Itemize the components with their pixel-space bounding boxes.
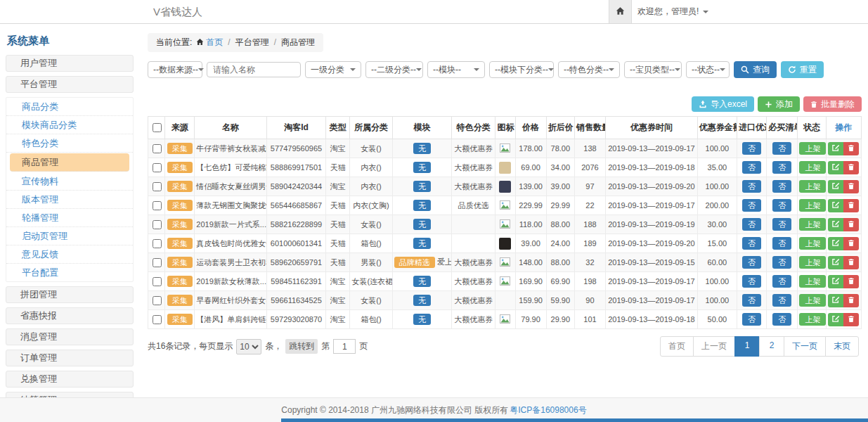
row-checkbox[interactable] <box>153 201 162 210</box>
row-checkbox[interactable] <box>153 277 162 286</box>
import-optimal-toggle[interactable]: 否 <box>742 294 761 307</box>
filter-select[interactable]: --宝贝类型-- <box>624 61 682 78</box>
import-optimal-toggle[interactable]: 否 <box>742 199 761 212</box>
filter-select-data-source[interactable]: --数据来源-- <box>148 61 202 78</box>
must-buy-toggle[interactable]: 否 <box>772 313 791 326</box>
status-toggle[interactable]: 上架 <box>799 313 826 326</box>
delete-button[interactable] <box>843 161 859 174</box>
row-checkbox[interactable] <box>153 296 162 305</box>
row-checkbox[interactable] <box>153 144 162 153</box>
row-checkbox[interactable] <box>153 220 162 229</box>
edit-button[interactable] <box>828 161 843 174</box>
delete-button[interactable] <box>843 142 859 155</box>
row-checkbox[interactable] <box>153 258 162 267</box>
filter-select[interactable]: --模块下分类-- <box>489 61 554 78</box>
status-toggle[interactable]: 上架 <box>799 256 826 269</box>
batch-delete-button[interactable]: 批量删除 <box>803 96 862 112</box>
sidebar-group[interactable]: 兑换管理 <box>6 371 134 388</box>
must-buy-toggle[interactable]: 否 <box>772 237 791 250</box>
delete-button[interactable] <box>843 313 859 326</box>
sidebar-subitem[interactable]: 平台配置 <box>6 264 133 281</box>
delete-button[interactable] <box>843 237 859 250</box>
search-button[interactable]: 查询 <box>734 61 777 78</box>
user-menu[interactable]: 欢迎您，管理员! <box>637 0 708 23</box>
sidebar-subitem[interactable]: 意见反馈 <box>6 245 133 264</box>
page-button[interactable]: 上一页 <box>693 336 735 357</box>
sidebar-subitem[interactable]: 启动页管理 <box>6 227 133 245</box>
select-all-checkbox[interactable] <box>153 123 162 132</box>
filter-select[interactable]: --状态-- <box>686 61 730 78</box>
import-optimal-toggle[interactable]: 否 <box>742 237 761 250</box>
status-toggle[interactable]: 上架 <box>799 294 826 307</box>
import-optimal-toggle[interactable]: 否 <box>742 142 761 155</box>
sidebar-group[interactable]: 用户管理 <box>6 55 134 72</box>
page-button[interactable]: 下一页 <box>784 336 826 357</box>
page-button[interactable]: 末页 <box>825 336 859 357</box>
home-button[interactable] <box>609 0 632 23</box>
filter-select[interactable]: --模块-- <box>427 61 485 78</box>
jump-to-button[interactable]: 跳转到 <box>285 339 318 354</box>
page-number-input[interactable] <box>333 339 356 354</box>
edit-button[interactable] <box>828 142 843 155</box>
import-optimal-toggle[interactable]: 否 <box>742 275 761 288</box>
sidebar-group[interactable]: 消息管理 <box>6 328 134 345</box>
must-buy-toggle[interactable]: 否 <box>772 161 791 174</box>
page-button[interactable]: 首页 <box>660 336 694 357</box>
row-checkbox[interactable] <box>153 315 162 324</box>
delete-button[interactable] <box>843 294 859 307</box>
sidebar-subitem[interactable]: 商品分类 <box>6 98 133 116</box>
filter-select[interactable]: --二级分类-- <box>365 61 423 78</box>
edit-button[interactable] <box>828 294 843 307</box>
status-toggle[interactable]: 上架 <box>799 199 826 212</box>
import-optimal-toggle[interactable]: 否 <box>742 180 761 193</box>
sidebar-subitem[interactable]: 模块商品分类 <box>6 116 133 134</box>
status-toggle[interactable]: 上架 <box>799 275 826 288</box>
import-optimal-toggle[interactable]: 否 <box>742 161 761 174</box>
import-optimal-toggle[interactable]: 否 <box>742 256 761 269</box>
sidebar-subitem[interactable]: 特色分类 <box>6 134 133 153</box>
edit-button[interactable] <box>828 237 843 250</box>
must-buy-toggle[interactable]: 否 <box>772 218 791 231</box>
must-buy-toggle[interactable]: 否 <box>772 294 791 307</box>
delete-button[interactable] <box>843 275 859 288</box>
edit-button[interactable] <box>828 256 843 269</box>
page-button[interactable]: 2 <box>759 336 784 357</box>
icp-link[interactable]: 粤ICP备16098006号 <box>510 404 586 416</box>
sidebar-group[interactable]: 省惠快报 <box>6 307 134 324</box>
edit-button[interactable] <box>828 313 843 326</box>
import-optimal-toggle[interactable]: 否 <box>742 313 761 326</box>
delete-button[interactable] <box>843 180 859 193</box>
edit-button[interactable] <box>828 275 843 288</box>
status-toggle[interactable]: 上架 <box>799 142 826 155</box>
edit-button[interactable] <box>828 180 843 193</box>
sidebar-group[interactable]: 平台管理 <box>6 76 134 93</box>
per-page-select[interactable]: 10 <box>236 339 261 354</box>
row-checkbox[interactable] <box>153 239 162 248</box>
must-buy-toggle[interactable]: 否 <box>772 142 791 155</box>
must-buy-toggle[interactable]: 否 <box>772 180 791 193</box>
sidebar-subitem[interactable]: 宣传物料 <box>6 172 133 191</box>
row-checkbox[interactable] <box>153 182 162 191</box>
edit-button[interactable] <box>828 218 843 231</box>
row-checkbox[interactable] <box>153 163 162 172</box>
import-excel-button[interactable]: 导入excel <box>692 96 754 112</box>
status-toggle[interactable]: 上架 <box>799 218 826 231</box>
must-buy-toggle[interactable]: 否 <box>772 275 791 288</box>
status-toggle[interactable]: 上架 <box>799 180 826 193</box>
delete-button[interactable] <box>843 199 859 212</box>
page-button[interactable]: 1 <box>734 336 760 357</box>
filter-select[interactable]: --特色分类-- <box>558 61 620 78</box>
must-buy-toggle[interactable]: 否 <box>772 199 791 212</box>
sidebar-group[interactable]: 订单管理 <box>6 350 134 366</box>
reset-button[interactable]: 重置 <box>781 61 824 78</box>
delete-button[interactable] <box>843 218 859 231</box>
breadcrumb-home-link[interactable]: 首页 <box>206 37 223 47</box>
filter-select[interactable]: 一级分类 <box>305 61 361 78</box>
sidebar-subitem[interactable]: 轮播管理 <box>6 209 133 227</box>
delete-button[interactable] <box>843 256 859 269</box>
name-search-input[interactable] <box>207 62 301 77</box>
sidebar-group[interactable]: 拼团管理 <box>6 286 134 303</box>
status-toggle[interactable]: 上架 <box>799 161 826 174</box>
sidebar-subitem[interactable]: 版本管理 <box>6 191 133 209</box>
import-optimal-toggle[interactable]: 否 <box>742 218 761 231</box>
